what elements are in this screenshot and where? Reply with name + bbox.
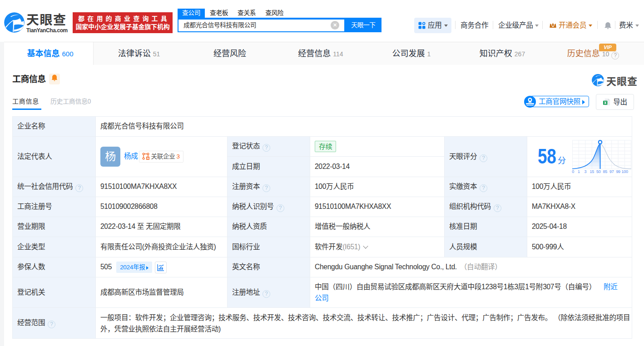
svg-text:97: 97: [609, 169, 614, 174]
svg-text:15: 15: [590, 169, 594, 174]
svg-text:1: 1: [578, 169, 580, 174]
svg-text:企: 企: [146, 156, 149, 160]
svg-text:50: 50: [596, 169, 601, 174]
svg-text:3: 3: [585, 169, 587, 174]
svg-text:85: 85: [603, 169, 607, 174]
svg-text:100: 100: [622, 169, 628, 174]
svg-text:0: 0: [572, 169, 574, 174]
svg-text:99: 99: [616, 169, 620, 174]
